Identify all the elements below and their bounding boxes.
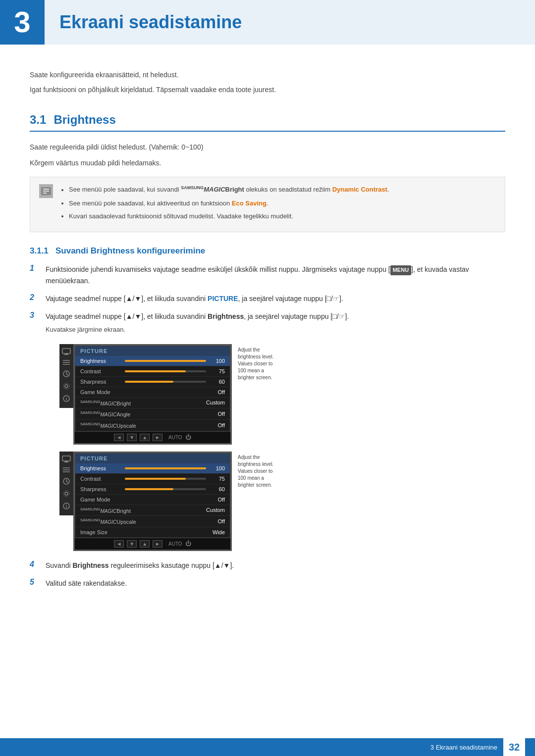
- screen-1-btn-left: ◄: [114, 434, 124, 441]
- step-1: 1 Funktsioonide juhendi kuvamiseks vajut…: [30, 264, 505, 286]
- screen-2-btn-down: ▼: [127, 540, 137, 548]
- monitor-2-icon-info: i: [62, 502, 70, 511]
- monitor-2-icon-display: [62, 455, 71, 464]
- screens-container: i PICTURE Brightness 100 Contrast 75: [59, 344, 505, 551]
- section-31-header: 3.1 Brightness: [30, 113, 505, 132]
- screen-1-menu: PICTURE Brightness 100 Contrast 75 Sharp…: [75, 346, 230, 432]
- svg-text:i: i: [66, 504, 67, 509]
- monitor-2-icon-settings: [62, 490, 70, 499]
- screen-2-auto: AUTO: [168, 541, 182, 547]
- step-4-number: 4: [30, 560, 40, 569]
- chapter-title: Ekraani seadistamine: [59, 12, 242, 33]
- step-2-number: 2: [30, 293, 40, 302]
- screen-2-btn-up: ▲: [140, 540, 150, 548]
- svg-point-11: [65, 385, 68, 388]
- step-5-number: 5: [30, 578, 40, 587]
- section-31-number: 3.1: [30, 113, 46, 127]
- screen-2-row-sharpness: Sharpness 60: [75, 484, 230, 495]
- screen-1-note: Adjust the brightness level. Values clos…: [234, 344, 278, 384]
- svg-point-23: [63, 491, 69, 497]
- steps-list: 1 Funktsioonide juhendi kuvamiseks vajut…: [30, 264, 505, 335]
- monitor-1-wrapper: i PICTURE Brightness 100 Contrast 75: [59, 344, 278, 445]
- step-1-text: Funktsioonide juhendi kuvamiseks vajutag…: [46, 264, 505, 286]
- section-31-desc1: Saate reguleerida pildi üldist heledust.…: [30, 142, 505, 153]
- screen-1-row-angle: SAMSUNGMAGICAngle Off: [75, 408, 230, 420]
- chapter-number-block: 3: [0, 0, 45, 45]
- screen-2-note: Adjust the brightness level. Values clos…: [234, 452, 278, 491]
- monitor-icon-info: i: [62, 395, 70, 404]
- page-footer: 3 Ekraani seadistamine 32: [0, 738, 535, 756]
- subsection-311-number: 3.1.1: [30, 246, 49, 255]
- screen-2-power: ⏻: [185, 540, 191, 547]
- screen-1-row-brightness: Brightness 100: [75, 356, 230, 366]
- svg-point-22: [65, 492, 68, 495]
- chapter-number: 3: [14, 7, 30, 37]
- monitor-icon-input: [62, 370, 70, 379]
- screen-2-row-bright: SAMSUNGMAGICBright Custom: [75, 505, 230, 516]
- svg-rect-15: [62, 456, 70, 461]
- monitor-icon-display: [62, 348, 71, 356]
- content-area: Saate konfigureerida ekraanisätteid, nt …: [0, 59, 535, 626]
- step-2: 2 Vajutage seadmel nuppe [▲/▼], et liiku…: [30, 293, 505, 304]
- subsection-311-title: 3.1.1 Suvandi Brightness konfigureerimin…: [30, 246, 505, 256]
- step-2-text: Vajutage seadmel nuppe [▲/▼], et liikuda…: [46, 293, 505, 304]
- step-5: 5 Valitud säte rakendatakse.: [30, 578, 505, 589]
- monitor-1-icons: i: [59, 344, 73, 408]
- svg-rect-16: [65, 461, 68, 462]
- screen-2-row-brightness: Brightness 100: [75, 463, 230, 474]
- steps-list-2: 4 Suvandi Brightness reguleerimiseks kas…: [30, 560, 505, 589]
- subsection-311-name: Suvandi Brightness konfigureerimine: [55, 246, 205, 255]
- monitor-2-wrapper: i PICTURE Brightness 100 Contrast 75: [59, 452, 278, 551]
- chapter-desc1: Saate konfigureerida ekraanisätteid, nt …: [30, 69, 505, 80]
- screen-2-menu: PICTURE Brightness 100 Contrast 75 Sharp…: [75, 453, 230, 538]
- screen-2-bottom-bar: ◄ ▼ ▲ ► AUTO ⏻: [75, 538, 230, 550]
- note-box: See menüü pole saadaval, kui suvandi SAM…: [30, 177, 505, 232]
- note-content: See menüü pole saadaval, kui suvandi SAM…: [60, 184, 389, 225]
- screen-2-row-upscale: SAMSUNGMAGICUpscale Off: [75, 516, 230, 527]
- screen-1-row-upscale: SAMSUNGMAGICUpscale Off: [75, 420, 230, 431]
- note-item-3: Kuvari saadaolevad funktsioonid sõltuvad…: [69, 211, 389, 222]
- screen-2-btn-left: ◄: [114, 540, 124, 548]
- svg-rect-4: [62, 349, 70, 353]
- monitor-2-icon-input: [62, 477, 70, 487]
- step-3-number: 3: [30, 311, 40, 320]
- chapter-desc2: Igat funktsiooni on põhjalikult kirjelda…: [30, 84, 505, 95]
- monitor-1-screen: PICTURE Brightness 100 Contrast 75 Sharp…: [73, 344, 232, 445]
- screen-2-btn-right: ►: [153, 540, 162, 548]
- footer-chapter-text: 3 Ekraani seadistamine: [430, 744, 497, 751]
- note-item-1: See menüü pole saadaval, kui suvandi SAM…: [69, 184, 389, 195]
- screen-1-row-sharpness: Sharpness 60: [75, 377, 230, 387]
- step-3: 3 Vajutage seadmel nuppe [▲/▼], et liiku…: [30, 311, 505, 335]
- monitor-icon-settings: [62, 382, 70, 392]
- step-5-text: Valitud säte rakendatakse.: [46, 578, 505, 589]
- screen-1-auto: AUTO: [168, 435, 182, 440]
- screen-2-row-gamemode: Game Mode Off: [75, 495, 230, 505]
- screen-1-title: PICTURE: [75, 346, 230, 356]
- screen-2-row-imagesize: Image Size Wide: [75, 527, 230, 538]
- monitor-2-icons: i: [59, 452, 73, 515]
- screen-1-row-contrast: Contrast 75: [75, 366, 230, 377]
- screen-1-btn-right: ►: [153, 434, 162, 441]
- svg-point-12: [63, 383, 69, 389]
- svg-rect-5: [65, 353, 68, 354]
- monitor-2-icon-menu: [62, 467, 70, 474]
- note-icon: [39, 184, 53, 198]
- step-4-text: Suvandi Brightness reguleerimiseks kasut…: [46, 560, 505, 571]
- step-3-content: Vajutage seadmel nuppe [▲/▼], et liikuda…: [46, 311, 349, 335]
- screen-1-row-gamemode: Game Mode Off: [75, 387, 230, 398]
- chapter-title-block: Ekraani seadistamine: [45, 0, 535, 45]
- svg-rect-6: [64, 354, 69, 355]
- note-item-2: See menüü pole saadaval, kui aktiveeritu…: [69, 199, 389, 209]
- step-1-number: 1: [30, 264, 40, 273]
- screen-1-power: ⏻: [185, 434, 191, 441]
- screen-1-btn-down: ▼: [127, 434, 137, 441]
- screen-1-btn-up: ▲: [140, 434, 150, 441]
- step-3-text: Vajutage seadmel nuppe [▲/▼], et liikuda…: [46, 312, 349, 320]
- screen-1-row-bright: SAMSUNGMAGICBright Custom: [75, 398, 230, 409]
- step-4: 4 Suvandi Brightness reguleerimiseks kas…: [30, 560, 505, 571]
- svg-text:i: i: [66, 397, 67, 402]
- monitor-icon-menu: [62, 359, 70, 367]
- section-31-desc2: Kõrgem väärtus muudab pildi heledamaks.: [30, 157, 505, 169]
- svg-rect-17: [64, 462, 69, 462]
- section-31-title: Brightness: [54, 113, 115, 127]
